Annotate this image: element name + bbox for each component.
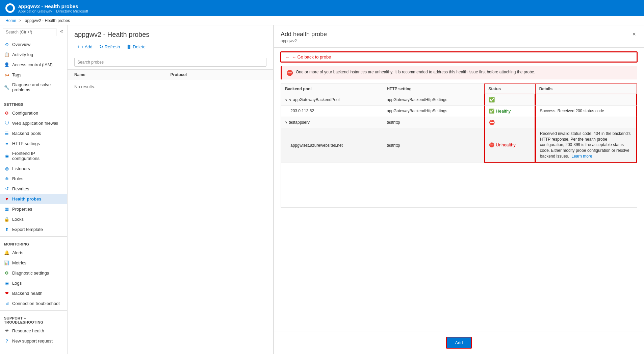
sidebar-item-health-probes[interactable]: ♥ Health probes	[0, 194, 67, 204]
sidebar-item-configuration[interactable]: ⚙ Configuration	[0, 108, 67, 118]
sidebar-item-backend-health[interactable]: ❤ Backend health	[0, 288, 67, 298]
row1-pool: ∨ ∨ appGatewayBackendPool	[281, 94, 383, 105]
sidebar-item-properties[interactable]: ▦ Properties	[0, 204, 67, 214]
table-row-domain: appgwtest.azurewebsites.net testhttp ⛔ U…	[281, 128, 637, 163]
row3-http: testhttp	[383, 117, 484, 128]
sidebar-item-label-frontend: Frontend IP configurations	[12, 151, 63, 161]
unhealthy-icon: ⛔	[489, 142, 494, 147]
sidebar-item-listeners[interactable]: ◎ Listeners	[0, 163, 67, 173]
activity-log-icon: 📋	[4, 52, 9, 57]
top-bar-title: appgwv2 - Health probes	[18, 3, 88, 9]
frontend-ip-icon: ◉	[4, 153, 9, 159]
properties-icon: ▦	[4, 206, 9, 212]
right-panel-subtitle: appgwv2	[281, 39, 327, 43]
sidebar-item-rewrites[interactable]: ↺ Rewrites	[0, 184, 67, 194]
sidebar-item-tags[interactable]: 🏷 Tags	[0, 70, 67, 80]
delete-button-label: Delete	[133, 44, 146, 49]
sidebar-item-label-rules: Rules	[12, 176, 23, 181]
table-row-ip1: 203.0.113.52 appGatewayBackendHttpSettin…	[281, 105, 637, 117]
row2-details: Success. Received 200 status code	[535, 105, 637, 117]
sidebar-item-waf[interactable]: 🛡 Web application firewall	[0, 118, 67, 128]
add-button[interactable]: + + Add	[74, 43, 95, 51]
go-back-arrow: ←	[285, 54, 290, 60]
close-button[interactable]: ×	[631, 31, 637, 38]
top-bar-info: appgwv2 - Health probes Application Gate…	[18, 3, 88, 13]
row3-details	[535, 117, 637, 128]
waf-icon: 🛡	[4, 120, 9, 126]
row3-status: ⛔	[484, 117, 535, 128]
add-icon: +	[77, 44, 80, 49]
row4-details: Received invalid status code: 404 in the…	[535, 128, 637, 163]
sidebar-item-label-tags: Tags	[12, 72, 21, 77]
sidebar-item-alerts[interactable]: 🔔 Alerts	[0, 247, 67, 258]
search-input[interactable]	[3, 28, 56, 36]
left-panel: appgwv2 - Health probes + + Add ↻ Refres…	[68, 25, 274, 354]
refresh-icon: ↻	[99, 44, 103, 49]
sidebar-item-overview[interactable]: ⊙ Overview	[0, 39, 67, 49]
row2-pool: 203.0.113.52	[281, 105, 383, 117]
probes-search-area	[68, 55, 273, 70]
add-button-label: + Add	[81, 44, 93, 49]
sidebar-item-logs[interactable]: ◉ Logs	[0, 278, 67, 288]
rules-icon: ≛	[4, 176, 9, 181]
right-panel-title: Add health probe	[281, 31, 327, 38]
delete-icon: 🗑	[127, 44, 131, 49]
top-bar-subtitle: Application Gateway	[18, 9, 52, 13]
sidebar: « ⊙ Overview 📋 Activity log 👤 Access con…	[0, 25, 68, 354]
monitoring-section-label: Monitoring	[0, 239, 67, 247]
add-probe-button[interactable]: Add	[446, 337, 471, 349]
chevron-icon: ∨	[285, 98, 287, 102]
resource-health-icon: ❤	[4, 328, 9, 333]
sidebar-item-label-metrics: Metrics	[12, 260, 26, 265]
sidebar-collapse-btn[interactable]: «	[59, 28, 65, 34]
health-probes-icon: ♥	[4, 196, 9, 202]
unhealthy-status: ⛔ Unhealthy	[489, 142, 516, 147]
sidebar-item-label-support: New support request	[12, 338, 53, 344]
col-http-setting: HTTP setting	[383, 84, 484, 94]
sidebar-item-frontend-ip[interactable]: ◉ Frontend IP configurations	[0, 148, 67, 163]
top-bar-directory: Directory: Microsoft	[56, 9, 88, 13]
refresh-button[interactable]: ↻ Refresh	[97, 43, 123, 51]
app-logo	[5, 3, 15, 13]
sidebar-item-diagnose[interactable]: 🔧 Diagnose and solve problems	[0, 80, 67, 95]
breadcrumb: Home > appgwv2 - Health probes	[0, 16, 644, 25]
rewrites-icon: ↺	[4, 186, 9, 191]
settings-section-label: Settings	[0, 99, 67, 108]
sidebar-item-activity-log[interactable]: 📋 Activity log	[0, 49, 67, 60]
warning-text: One or more of your backend instances ar…	[296, 70, 535, 74]
backend-pools-icon: ☰	[4, 131, 9, 136]
col-backend-pool: Backend pool	[281, 84, 383, 94]
no-results-text: No results.	[74, 84, 95, 89]
sidebar-item-locks[interactable]: 🔒 Locks	[0, 214, 67, 224]
sidebar-item-label-iam: Access control (IAM)	[12, 62, 53, 67]
diagnostic-icon: ⚙	[4, 270, 9, 276]
overview-icon: ⊙	[4, 42, 9, 47]
sidebar-item-label-conn: Connection troubleshoot	[12, 301, 60, 306]
delete-button[interactable]: 🗑 Delete	[124, 43, 148, 51]
sidebar-item-metrics[interactable]: 📊 Metrics	[0, 258, 67, 268]
health-table: Backend pool HTTP setting Status Details…	[281, 84, 637, 208]
sidebar-item-access-control[interactable]: 👤 Access control (IAM)	[0, 60, 67, 70]
diagnose-icon: 🔧	[4, 85, 9, 90]
sidebar-item-label-logs: Logs	[12, 281, 22, 286]
sidebar-item-export-template[interactable]: ⬆ Export template	[0, 224, 67, 234]
sidebar-item-label-health: Health probes	[12, 196, 42, 202]
table-header: Name Protocol	[68, 70, 273, 80]
sidebar-item-diagnostic[interactable]: ⚙ Diagnostic settings	[0, 268, 67, 278]
alerts-icon: 🔔	[4, 250, 9, 255]
breadcrumb-home[interactable]: Home	[5, 18, 16, 23]
sidebar-item-backend-pools[interactable]: ☰ Backend pools	[0, 128, 67, 138]
toolbar: + + Add ↻ Refresh 🗑 Delete	[74, 41, 266, 52]
probes-search-input[interactable]	[74, 58, 266, 67]
row1-details	[535, 94, 637, 105]
sidebar-item-rules[interactable]: ≛ Rules	[0, 173, 67, 184]
sidebar-item-connection-troubleshoot[interactable]: 🖥 Connection troubleshoot	[0, 298, 67, 308]
sidebar-item-resource-health[interactable]: ❤ Resource health	[0, 326, 67, 336]
listeners-icon: ◎	[4, 166, 9, 171]
learn-more-link[interactable]: Learn more	[571, 154, 592, 159]
sidebar-item-new-support[interactable]: ? New support request	[0, 336, 67, 346]
go-back-button[interactable]: ← ← Go back to probe	[281, 52, 637, 62]
row1-status: ✅	[484, 94, 535, 105]
sidebar-item-label-alerts: Alerts	[12, 250, 23, 255]
sidebar-item-http-settings[interactable]: ≡ HTTP settings	[0, 138, 67, 148]
